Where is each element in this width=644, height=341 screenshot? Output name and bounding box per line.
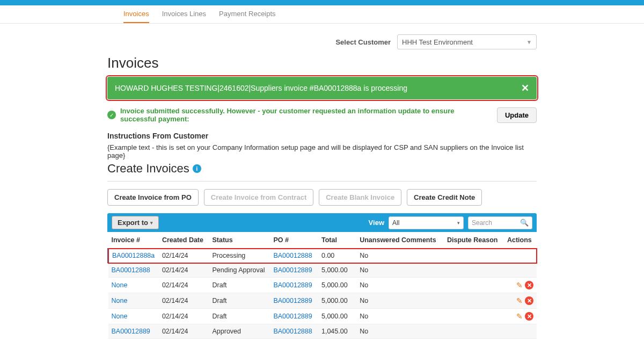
cell-status: Draft [209,339,270,342]
check-circle-icon: ✓ [107,111,116,119]
po-link[interactable]: BA00012888 [273,328,312,335]
po-link[interactable]: BA00012889 [273,281,312,289]
col-actions: Actions [504,232,537,249]
cell-unanswered: No [356,324,444,339]
create-invoices-label: Create Invoices [107,162,189,176]
page-title: Invoices [107,55,537,71]
cell-total: 1,045.00 [318,324,356,339]
cell-total: 1,000.00 [318,339,356,342]
nav-tab-invoices[interactable]: Invoices [123,5,149,23]
table-row: None02/14/24DraftBA000128895,000.00No✎✕ [108,293,537,309]
cell-dispute [444,249,504,263]
update-button[interactable]: Update [497,107,537,123]
cell-status: Draft [209,293,270,309]
table-row: BA0001288902/14/24ApprovedBA000128881,04… [108,324,537,339]
cell-unanswered: No [356,339,444,342]
invoices-table: Invoice # Created Date Status PO # Total… [107,232,537,341]
customer-row: Select Customer HHH Test Environment ▼ [107,34,537,49]
cell-dispute [444,339,504,342]
invoice-link[interactable]: None [112,313,128,320]
cell-dispute [444,263,504,278]
po-link[interactable]: BA00012889 [273,266,312,274]
cell-unanswered: No [356,263,444,278]
cell-created: 02/14/24 [159,324,209,339]
cell-actions: ✎✕ [504,293,537,309]
po-link[interactable]: BA00012889 [273,313,312,320]
invoice-link[interactable]: BA00012888a [112,252,155,259]
invoice-link[interactable]: None [112,281,128,289]
success-message: Invoice submitted successfully. However … [120,107,487,123]
cell-actions [504,324,537,339]
col-po[interactable]: PO # [270,232,318,249]
cell-total: 5,000.00 [318,263,356,278]
customer-select[interactable]: HHH Test Environment ▼ [397,34,537,49]
main-container: Select Customer HHH Test Environment ▼ I… [107,24,537,341]
col-unanswered[interactable]: Unanswered Comments [356,232,444,249]
delete-icon[interactable]: ✕ [525,281,533,289]
col-status[interactable]: Status [209,232,270,249]
nav-tab-invoices-lines[interactable]: Invoices Lines [162,5,206,23]
cell-dispute [444,278,504,293]
table-row: None02/14/24DraftBA000128895,000.00No✎✕ [108,309,537,324]
cell-created: 02/14/24 [159,339,209,342]
col-dispute[interactable]: Dispute Reason [444,232,504,249]
view-select[interactable]: All ▾ [389,216,464,229]
search-placeholder: Search [472,219,492,227]
cell-unanswered: No [356,309,444,324]
invoice-link[interactable]: BA00012889 [112,328,150,335]
invoice-link[interactable]: BA00012888 [112,266,150,274]
col-total[interactable]: Total [318,232,356,249]
customer-select-value: HHH Test Environment [402,38,473,46]
close-icon[interactable]: ✕ [521,82,529,94]
search-icon[interactable]: 🔍 [520,219,529,227]
cell-unanswered: No [356,293,444,309]
search-input[interactable]: Search 🔍 [468,216,532,229]
create-from-contract-button: Create Invoice from Contract [204,189,313,206]
cell-actions: ✎✕ [504,278,537,293]
table-toolbar: Export to ▾ View All ▾ Search 🔍 [107,213,537,232]
cell-total: 5,000.00 [318,293,356,309]
create-credit-note-button[interactable]: Create Credit Note [407,189,482,206]
separator [107,181,537,182]
cell-created: 02/14/24 [159,249,209,263]
table-row: None02/14/24DraftBA000128881,000.00No✎✕ [108,339,537,342]
create-button-row: Create Invoice from PO Create Invoice fr… [107,189,537,206]
invoice-link[interactable]: None [112,297,128,304]
col-invoice[interactable]: Invoice # [108,232,159,249]
nav-bar: InvoicesInvoices LinesPayment Receipts [0,5,644,24]
instructions-heading: Instructions From Customer [107,132,537,140]
cell-created: 02/14/24 [159,263,209,278]
po-link[interactable]: BA00012888 [273,252,312,259]
col-created[interactable]: Created Date [159,232,209,249]
edit-icon[interactable]: ✎ [516,312,523,321]
create-blank-invoice-button: Create Blank Invoice [319,189,401,206]
cell-total: 0.00 [318,249,356,263]
nav-tab-payment-receipts[interactable]: Payment Receipts [219,5,276,23]
instructions-text: {Example text - this is set on your Comp… [107,143,537,159]
cell-status: Processing [209,249,270,263]
cell-unanswered: No [356,249,444,263]
cell-created: 02/14/24 [159,278,209,293]
edit-icon[interactable]: ✎ [516,281,523,289]
create-from-po-button[interactable]: Create Invoice from PO [107,189,199,206]
cell-created: 02/14/24 [159,309,209,324]
caret-down-icon: ▼ [526,39,532,45]
delete-icon[interactable]: ✕ [525,296,533,305]
cell-status: Approved [209,324,270,339]
caret-down-icon: ▾ [150,220,153,226]
cell-dispute [444,324,504,339]
top-bar [0,0,644,5]
export-label: Export to [118,219,148,227]
cell-actions [504,249,537,263]
tip-icon[interactable]: i [193,164,201,173]
view-label: View [369,219,384,227]
cell-total: 5,000.00 [318,278,356,293]
po-link[interactable]: BA00012889 [273,297,312,304]
export-to-button[interactable]: Export to ▾ [112,216,159,229]
edit-icon[interactable]: ✎ [516,296,523,305]
create-invoices-title: Create Invoices i [107,162,201,176]
delete-icon[interactable]: ✕ [525,312,533,321]
table-row: None02/14/24DraftBA000128895,000.00No✎✕ [108,278,537,293]
banner-text: HOWARD HUGHES TESTING|2461602|Suppliers … [115,84,407,92]
cell-status: Draft [209,309,270,324]
